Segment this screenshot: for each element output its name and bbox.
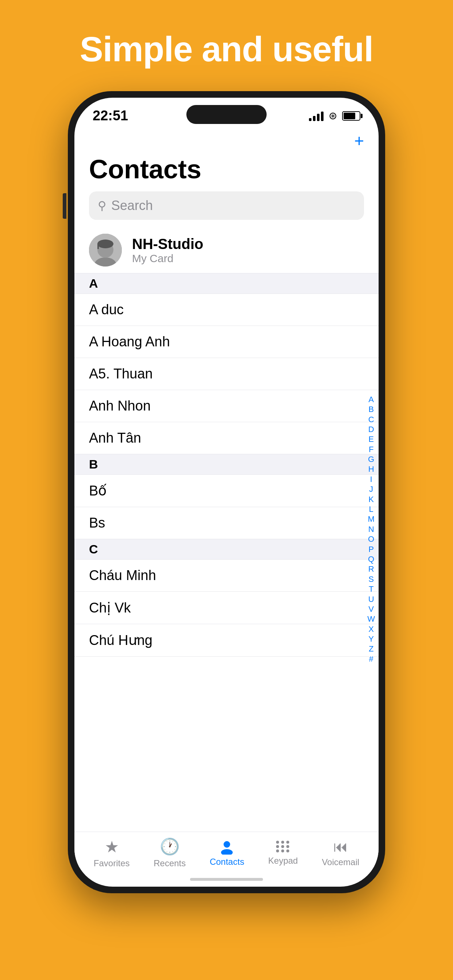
list-item[interactable]: Chị Vk [74,592,379,624]
alpha-q[interactable]: Q [368,555,374,564]
dynamic-island [187,105,266,124]
alpha-z[interactable]: Z [369,644,373,654]
tab-keypad-label: Keypad [268,856,298,866]
alpha-p[interactable]: P [368,545,374,554]
search-bar[interactable]: ⚲ Search [89,191,364,220]
tab-bar: ★ Favorites 🕐 Recents Contacts [74,832,379,872]
clock-icon: 🕐 [160,837,180,856]
alpha-v[interactable]: V [368,605,374,614]
svg-point-5 [223,841,230,848]
section-header-a: A [74,274,379,294]
phone-screen: 22:51 ⊛ + Contacts ⚲ Search [74,98,379,887]
battery-icon [342,111,360,121]
star-icon: ★ [105,837,119,856]
list-item[interactable]: A Hoang Anh [74,326,379,358]
avatar [89,234,122,267]
tab-keypad[interactable]: Keypad [268,840,298,866]
my-card-info: NH-Studio My Card [132,236,204,265]
list-item[interactable]: Anh Nhon [74,390,379,422]
alpha-j[interactable]: J [369,485,373,494]
search-icon: ⚲ [98,199,106,213]
list-item[interactable]: Anh Tân [74,422,379,454]
tab-recents[interactable]: 🕐 Recents [153,837,186,869]
signal-icon [309,111,324,121]
alpha-r[interactable]: R [368,565,374,574]
contacts-tab-icon [219,838,235,854]
home-indicator [74,872,379,887]
alpha-n[interactable]: N [368,525,374,534]
my-card-row[interactable]: NH-Studio My Card [74,227,379,274]
alpha-t[interactable]: T [369,584,373,594]
tab-favorites-label: Favorites [94,858,130,869]
tab-voicemail-label: Voicemail [322,857,359,867]
list-item[interactable]: Cháu Minh [74,560,379,592]
add-contact-button[interactable]: + [354,131,364,151]
alpha-w[interactable]: W [367,614,375,624]
alpha-x[interactable]: X [368,625,374,634]
page-headline: Simple and useful [80,29,373,69]
alpha-s[interactable]: S [368,574,374,584]
section-header-b: B [74,454,379,475]
alpha-f[interactable]: F [369,445,373,454]
tab-recents-label: Recents [153,858,186,869]
status-time: 22:51 [93,108,128,124]
alpha-h[interactable]: H [368,465,374,474]
my-card-name: NH-Studio [132,236,204,252]
tab-contacts[interactable]: Contacts [210,838,244,867]
alpha-e[interactable]: E [368,434,374,444]
svg-point-6 [221,849,233,854]
keypad-icon [276,840,290,853]
alpha-i[interactable]: I [370,475,372,484]
alpha-hash[interactable]: # [369,654,373,664]
list-item[interactable]: A duc [74,294,379,326]
wifi-icon: ⊛ [329,110,337,122]
page-title: Contacts [74,151,379,191]
alpha-m[interactable]: M [368,514,374,524]
list-item[interactable]: Bs [74,507,379,539]
alpha-b[interactable]: B [368,405,374,414]
search-input[interactable]: Search [111,198,153,213]
alpha-d[interactable]: D [368,425,374,434]
tab-favorites[interactable]: ★ Favorites [94,837,130,869]
svg-rect-4 [97,244,99,249]
alpha-a[interactable]: A [368,395,374,404]
section-header-c: C [74,539,379,560]
svg-point-3 [97,240,113,248]
status-icons: ⊛ [309,110,360,122]
alpha-k[interactable]: K [368,495,374,504]
my-card-subtitle: My Card [132,252,204,265]
nav-header: + [74,127,379,151]
phone-frame: 22:51 ⊛ + Contacts ⚲ Search [68,91,385,893]
list-item[interactable]: A5. Thuan [74,358,379,390]
alpha-o[interactable]: O [368,535,374,544]
alpha-c[interactable]: C [368,415,374,425]
alpha-l[interactable]: L [369,504,373,514]
alphabet-index[interactable]: A B C D E F G H I J K L M N O P Q R S T [367,227,375,832]
tab-contacts-label: Contacts [210,857,244,867]
list-item[interactable]: Bố [74,475,379,507]
contact-list: NH-Studio My Card A A duc A Hoang Anh A5… [74,227,379,832]
tab-voicemail[interactable]: ⏮ Voicemail [322,838,359,867]
alpha-u[interactable]: U [368,595,374,604]
alpha-g[interactable]: G [368,455,374,464]
alpha-y[interactable]: Y [368,635,374,644]
list-item[interactable]: Chú Hưng [74,624,379,657]
voicemail-icon: ⏮ [333,838,348,855]
